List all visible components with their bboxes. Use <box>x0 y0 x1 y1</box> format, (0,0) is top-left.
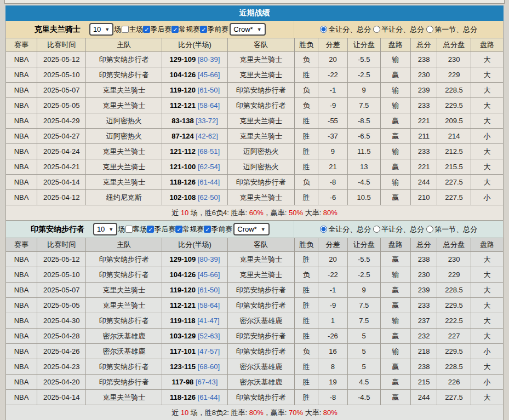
venue-filter-checkbox[interactable]: 主场 <box>122 25 143 34</box>
cell-total-line: 229.5 <box>437 344 471 359</box>
table-row: NBA2025-04-26密尔沃基雄鹿117-101 [47-57]印第安纳步行… <box>6 344 504 359</box>
cell-away-team: 克里夫兰骑士 <box>227 267 294 283</box>
cell-date: 2025-04-23 <box>37 359 86 375</box>
season-checkbox[interactable]: ✓季前赛 <box>204 225 232 234</box>
checkbox-icon: ✓ <box>175 226 182 233</box>
score-halftime: [52-63] <box>198 332 220 340</box>
column-header: 比分(半场) <box>162 238 228 252</box>
column-header: 比分(半场) <box>162 38 228 52</box>
season-checkbox[interactable]: ✓季前赛 <box>200 25 228 34</box>
source-value: Crow* <box>237 225 256 233</box>
score-halftime: [61-44] <box>198 178 220 186</box>
cell-home-team: 克里夫兰骑士 <box>86 98 162 113</box>
summary-over-rate: 80% <box>323 209 338 217</box>
display-mode-radio[interactable]: 半让分、总分 <box>373 25 424 34</box>
cell-total: 215 <box>411 375 437 390</box>
checkbox-icon: ✓ <box>143 26 150 33</box>
games-count-value: 10 <box>93 25 101 33</box>
cell-score: 119-118 [41-47] <box>162 313 228 329</box>
cell-league: NBA <box>6 52 37 67</box>
page-title: 近期战绩 <box>239 8 270 18</box>
cell-spread: 9 <box>347 83 380 98</box>
column-header: 让分盘 <box>347 38 380 52</box>
source-select[interactable]: Crow* ▼ <box>230 23 265 36</box>
cell-home-team: 印第安纳步行者 <box>86 375 162 390</box>
column-header: 分差 <box>318 238 348 252</box>
cell-result: 胜 <box>294 252 318 267</box>
cell-away-team: 克里夫兰骑士 <box>227 52 294 67</box>
games-suffix-label: 场 <box>118 225 125 234</box>
score-fulltime: 112-121 <box>170 301 196 309</box>
cell-point-diff: -22 <box>318 67 348 83</box>
cell-over-under: 大 <box>471 329 503 344</box>
cell-away-team: 克里夫兰骑士 <box>227 113 294 129</box>
cell-score: 83-138 [33-72] <box>162 113 228 129</box>
cell-point-diff: -26 <box>318 329 348 344</box>
radio-icon <box>426 26 433 33</box>
cell-total-line: 229 <box>437 267 471 283</box>
cell-league: NBA <box>6 390 37 405</box>
display-mode-radio-group: 全让分、总分半让分、总分第一节、总分 <box>294 221 503 238</box>
summary-row: 近 10 场，胜6负4: 胜率: 60%，赢率: 50% 大率: 80% <box>6 205 504 221</box>
score-fulltime: 103-129 <box>170 332 196 340</box>
cell-total-line: 226 <box>437 375 471 390</box>
cell-result: 胜 <box>294 359 318 375</box>
table-row: NBA2025-05-07克里夫兰骑士119-120 [61-50]印第安纳步行… <box>6 83 504 98</box>
cell-result: 负 <box>294 344 318 359</box>
cell-away-team: 克里夫兰骑士 <box>227 252 294 267</box>
cell-total: 230 <box>411 267 437 283</box>
source-select[interactable]: Crow* ▼ <box>233 223 269 235</box>
cell-date: 2025-05-12 <box>37 52 86 67</box>
table-row: NBA2025-04-14克里夫兰骑士118-126 [61-44]印第安纳步行… <box>6 175 504 190</box>
cell-over-under: 大 <box>471 83 503 98</box>
score-halftime: [33-72] <box>196 117 218 125</box>
cell-league: NBA <box>6 83 37 98</box>
cell-total: 244 <box>411 390 437 405</box>
cell-total-line: 227.5 <box>437 390 471 405</box>
venue-filter-checkbox[interactable]: 客场 <box>125 225 147 234</box>
season-checkbox[interactable]: ✓季后赛 <box>147 225 175 234</box>
team-section: 印第安纳步行者 10 ▼ 场 客场 ✓季后赛✓常规赛✓季前赛 Crow* ▼ 全… <box>5 221 504 420</box>
cell-result: 负 <box>294 175 318 190</box>
games-count-select[interactable]: 10 ▼ <box>89 23 113 36</box>
season-checkbox[interactable]: ✓常规赛 <box>171 25 200 34</box>
cell-league: NBA <box>6 190 37 205</box>
cell-spread-result: 赢 <box>380 252 410 267</box>
score-halftime: [62-50] <box>198 193 220 202</box>
display-mode-radio[interactable]: 第一节、总分 <box>426 225 477 234</box>
cell-over-under: 小 <box>471 344 503 359</box>
cell-score: 112-121 [58-64] <box>162 98 228 113</box>
games-count-select[interactable]: 10 ▼ <box>93 223 117 235</box>
cell-spread-result: 输 <box>380 267 410 283</box>
cell-spread: 7.5 <box>347 298 380 313</box>
cell-spread-result: 输 <box>380 52 410 67</box>
cell-away-team: 印第安纳步行者 <box>227 344 294 359</box>
filter-bar: 克里夫兰骑士 10 ▼ 场 主场 ✓季后赛✓常规赛✓季前赛 Crow* ▼ 全让… <box>5 21 504 38</box>
cell-spread: 5 <box>347 359 380 375</box>
cell-total-line: 212.5 <box>437 144 471 159</box>
table-row: NBA2025-04-28密尔沃基雄鹿103-129 [52-63]印第安纳步行… <box>6 329 504 344</box>
score-halftime: [41-47] <box>197 317 219 325</box>
score-fulltime: 119-118 <box>170 317 195 325</box>
games-count-value: 10 <box>97 225 105 233</box>
column-header: 客队 <box>227 238 294 252</box>
table-row: NBA2025-04-14克里夫兰骑士118-126 [61-44]印第安纳步行… <box>6 390 504 405</box>
score-fulltime: 118-126 <box>170 393 196 401</box>
column-header: 比赛时间 <box>37 238 86 252</box>
display-mode-radio[interactable]: 全让分、总分 <box>320 225 371 234</box>
cell-result: 负 <box>294 267 318 283</box>
display-mode-radio[interactable]: 第一节、总分 <box>426 25 477 34</box>
cell-league: NBA <box>6 329 37 344</box>
cell-total-line: 214 <box>437 129 471 144</box>
season-checkbox[interactable]: ✓季后赛 <box>143 25 171 34</box>
score-halftime: [62-54] <box>198 163 220 171</box>
score-halftime: [58-64] <box>198 301 220 309</box>
display-mode-radio[interactable]: 全让分、总分 <box>320 25 371 34</box>
cell-result: 胜 <box>294 129 318 144</box>
display-mode-radio[interactable]: 半让分、总分 <box>373 225 424 234</box>
table-row: NBA2025-04-23印第安纳步行者123-115 [68-60]密尔沃基雄… <box>6 359 504 375</box>
cell-away-team: 克里夫兰骑士 <box>227 129 294 144</box>
cell-date: 2025-04-27 <box>37 129 86 144</box>
season-checkbox[interactable]: ✓常规赛 <box>175 225 204 234</box>
season-checkbox-label: 季前赛 <box>207 25 228 34</box>
